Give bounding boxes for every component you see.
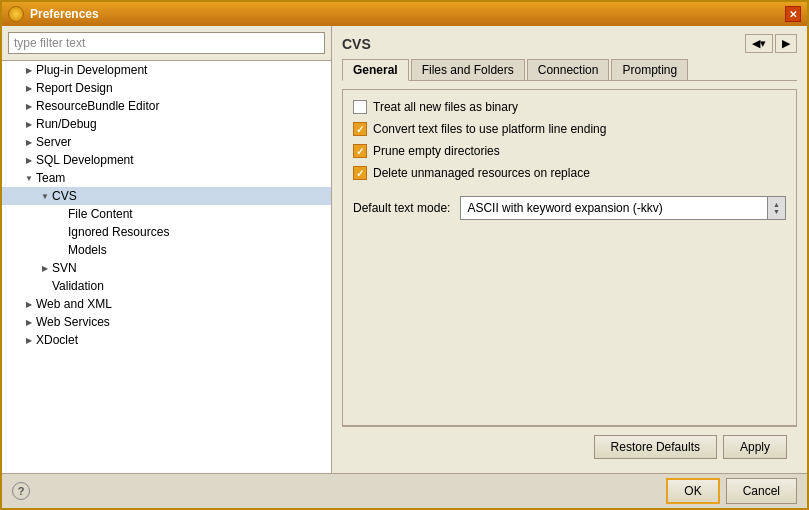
dialog-title: Preferences: [30, 7, 99, 21]
tree-label: Report Design: [36, 81, 113, 95]
title-bar: Preferences ✕: [2, 2, 807, 26]
dropdown-label: Default text mode:: [353, 201, 450, 215]
tree-item-team[interactable]: Team: [2, 169, 331, 187]
close-button[interactable]: ✕: [785, 6, 801, 22]
tree-label: Ignored Resources: [68, 225, 169, 239]
checkbox-delete-unmanaged[interactable]: ✓: [353, 166, 367, 180]
dropdown-wrap: ASCII with keyword expansion (-kkv) ▲ ▼: [460, 196, 786, 220]
tree-arrow: [22, 171, 36, 185]
tree-item-xdoclet[interactable]: XDoclet: [2, 331, 331, 349]
tree-label: Web and XML: [36, 297, 112, 311]
checkbox-row-prune-empty: ✓ Prune empty directories: [353, 144, 786, 158]
dropdown-arrow-button[interactable]: ▲ ▼: [767, 197, 785, 219]
dialog-footer: ? OK Cancel: [2, 473, 807, 508]
tree-label: Run/Debug: [36, 117, 97, 131]
tree-item-run-debug[interactable]: Run/Debug: [2, 115, 331, 133]
tree-label: Models: [68, 243, 107, 257]
tab-files-folders[interactable]: Files and Folders: [411, 59, 525, 80]
tree-item-svn[interactable]: SVN: [2, 259, 331, 277]
help-button[interactable]: ?: [12, 482, 30, 500]
tree-arrow: [22, 63, 36, 77]
tree-label: ResourceBundle Editor: [36, 99, 159, 113]
checkbox-label-prune-empty: Prune empty directories: [373, 144, 500, 158]
nav-fwd-button[interactable]: ▶: [775, 34, 797, 53]
preferences-dialog: Preferences ✕ Plug-in Development Report…: [0, 0, 809, 510]
tree-arrow: [38, 261, 52, 275]
tree-item-plugin-dev[interactable]: Plug-in Development: [2, 61, 331, 79]
tree-item-web-services[interactable]: Web Services: [2, 313, 331, 331]
tree-item-validation[interactable]: Validation: [2, 277, 331, 295]
apply-button[interactable]: Apply: [723, 435, 787, 459]
tree-item-ignored-resources[interactable]: Ignored Resources: [2, 223, 331, 241]
tree-label: Validation: [52, 279, 104, 293]
tree-arrow: [22, 333, 36, 347]
ok-button[interactable]: OK: [666, 478, 719, 504]
tab-content-wrap: Treat all new files as binary ✓ Convert …: [342, 89, 797, 426]
tree-item-resourcebundle[interactable]: ResourceBundle Editor: [2, 97, 331, 115]
tree-label: Plug-in Development: [36, 63, 147, 77]
restore-defaults-button[interactable]: Restore Defaults: [594, 435, 717, 459]
tree-arrow: [22, 153, 36, 167]
tree-arrow: [22, 99, 36, 113]
tab-prompting[interactable]: Prompting: [611, 59, 688, 80]
checkbox-label-delete-unmanaged: Delete unmanaged resources on replace: [373, 166, 590, 180]
tree-arrow: [38, 189, 52, 203]
nav-buttons: ◀▾ ▶: [745, 34, 797, 53]
tree-arrow: [22, 315, 36, 329]
tree-label: Team: [36, 171, 65, 185]
tree-item-sql-dev[interactable]: SQL Development: [2, 151, 331, 169]
tree-label: Web Services: [36, 315, 110, 329]
checkbox-row-convert-text: ✓ Convert text files to use platform lin…: [353, 122, 786, 136]
right-panel-title: CVS: [342, 36, 371, 52]
tab-content: Treat all new files as binary ✓ Convert …: [342, 89, 797, 426]
checkmark: ✓: [356, 146, 364, 157]
checkbox-row-treat-binary: Treat all new files as binary: [353, 100, 786, 114]
tree-arrow: [22, 81, 36, 95]
tabs-row: General Files and Folders Connection Pro…: [342, 59, 797, 81]
tree-item-server[interactable]: Server: [2, 133, 331, 151]
tree-item-report-design[interactable]: Report Design: [2, 79, 331, 97]
tree-item-models[interactable]: Models: [2, 241, 331, 259]
tab-connection[interactable]: Connection: [527, 59, 610, 80]
tree-item-web-xml[interactable]: Web and XML: [2, 295, 331, 313]
chevron-down-icon: ▼: [773, 208, 780, 215]
checkmark: ✓: [356, 124, 364, 135]
dialog-icon: [8, 6, 24, 22]
right-header: CVS ◀▾ ▶: [342, 34, 797, 53]
tree-item-cvs[interactable]: CVS: [2, 187, 331, 205]
cancel-button[interactable]: Cancel: [726, 478, 797, 504]
checkbox-treat-binary[interactable]: [353, 100, 367, 114]
dropdown-value: ASCII with keyword expansion (-kkv): [461, 198, 767, 218]
tree-arrow: [22, 135, 36, 149]
tree-label: CVS: [52, 189, 77, 203]
nav-back-button[interactable]: ◀▾: [745, 34, 773, 53]
tree-arrow: [22, 297, 36, 311]
content-area: Plug-in Development Report Design Resour…: [2, 26, 807, 473]
dropdown-row: Default text mode: ASCII with keyword ex…: [353, 196, 786, 220]
checkbox-label-convert-text: Convert text files to use platform line …: [373, 122, 606, 136]
checkbox-label-treat-binary: Treat all new files as binary: [373, 100, 518, 114]
checkmark: ✓: [356, 168, 364, 179]
tree-label: SQL Development: [36, 153, 134, 167]
checkbox-prune-empty[interactable]: ✓: [353, 144, 367, 158]
tree-item-file-content[interactable]: File Content: [2, 205, 331, 223]
tree-label: SVN: [52, 261, 77, 275]
tree-arrow: [22, 117, 36, 131]
checkbox-row-delete-unmanaged: ✓ Delete unmanaged resources on replace: [353, 166, 786, 180]
action-buttons: Restore Defaults Apply: [342, 426, 797, 465]
chevron-up-icon: ▲: [773, 201, 780, 208]
search-input[interactable]: [8, 32, 325, 54]
tree-label: File Content: [68, 207, 133, 221]
right-panel: CVS ◀▾ ▶ General Files and Folders Conne…: [332, 26, 807, 473]
left-panel: Plug-in Development Report Design Resour…: [2, 26, 332, 473]
tree-label: Server: [36, 135, 71, 149]
tab-general[interactable]: General: [342, 59, 409, 81]
tree-area: Plug-in Development Report Design Resour…: [2, 61, 331, 473]
search-box: [2, 26, 331, 61]
checkbox-convert-text[interactable]: ✓: [353, 122, 367, 136]
tree-label: XDoclet: [36, 333, 78, 347]
